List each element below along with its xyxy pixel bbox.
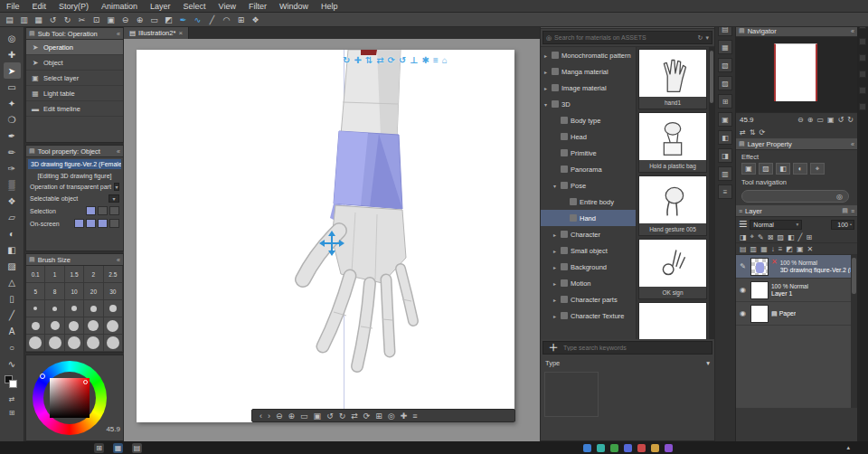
zoom-tool[interactable]: ◎: [4, 30, 21, 46]
material-tree-item[interactable]: ▸ Character parts: [541, 291, 636, 307]
brush-size-cell[interactable]: [26, 300, 45, 317]
edge-tab-4[interactable]: [859, 71, 866, 78]
frame-border-tool[interactable]: ▯: [4, 290, 21, 307]
on-screen-option-2-button[interactable]: [86, 219, 96, 228]
material-tree-item[interactable]: ▸ Character: [541, 226, 636, 242]
material-thumbnail[interactable]: OK sign: [638, 239, 707, 299]
figure-tool[interactable]: △: [4, 274, 21, 290]
merge-down-icon[interactable]: ≡: [778, 245, 783, 253]
border-effect-icon[interactable]: ▣: [741, 163, 756, 175]
blend-tool[interactable]: ◐: [4, 225, 21, 241]
delete-layer-icon[interactable]: ✕: [807, 245, 813, 253]
fill-tool[interactable]: ◧: [4, 241, 21, 258]
canvas-menu-icon[interactable]: ≡: [412, 411, 417, 421]
ruler-icon[interactable]: ╱: [798, 233, 803, 241]
taskbar-start-icon[interactable]: ⊞: [94, 443, 104, 453]
canvas-tab[interactable]: ▤ Illustration2* ×: [124, 27, 189, 39]
material-search-input[interactable]: [554, 34, 695, 41]
subtool-item-operation[interactable]: ➤ Operation: [26, 40, 123, 55]
model-ground-icon[interactable]: ⊥: [410, 55, 418, 65]
brush-size-cell[interactable]: 30: [104, 283, 123, 300]
subtool-item-edit-timeline[interactable]: ▬ Edit timeline: [26, 101, 123, 117]
brush-size-cell[interactable]: [65, 300, 84, 317]
opacity-field[interactable]: 100 ▾: [831, 220, 854, 230]
on-screen-option-1-button[interactable]: [74, 219, 84, 228]
brush-size-cell[interactable]: [104, 317, 123, 335]
rotate-right-icon[interactable]: ↻: [339, 411, 346, 421]
material-tree-item[interactable]: Primitive: [541, 145, 636, 161]
type-dropdown-icon[interactable]: ▾: [706, 359, 710, 367]
zoom-in-icon[interactable]: ⊕: [807, 116, 814, 124]
brush-size-cell[interactable]: [26, 335, 45, 352]
layer-thumbnail[interactable]: [750, 258, 769, 276]
expand-arrow-icon[interactable]: ▸: [542, 85, 549, 91]
subtool-item-select-layer[interactable]: ▣ Select layer: [26, 71, 123, 86]
zoom-100-icon[interactable]: ▣: [827, 116, 835, 124]
menu-help[interactable]: Help: [315, 0, 344, 13]
grid-icon[interactable]: ⊞: [235, 14, 247, 25]
dock-tab-5[interactable]: ⊞: [718, 94, 732, 109]
on-screen-option-4-button[interactable]: [109, 219, 119, 228]
material-thumbnail[interactable]: hand1: [638, 49, 707, 109]
color-wheel[interactable]: [33, 361, 107, 435]
enable-mask-icon[interactable]: ◧: [788, 233, 795, 241]
flip-horizontal-icon[interactable]: ⇄: [351, 411, 358, 421]
material-tree-item[interactable]: ▸ Monochromatic pattern: [541, 47, 636, 63]
reset-rotation-icon[interactable]: ⟳: [759, 128, 765, 137]
open-file-icon[interactable]: ▥: [18, 14, 30, 25]
material-tree-item[interactable]: Body type: [541, 112, 636, 128]
cut-icon[interactable]: ✂: [76, 14, 88, 25]
eye-icon[interactable]: ◉: [738, 286, 748, 294]
menu-file[interactable]: File: [0, 0, 26, 13]
filter-dropdown-icon[interactable]: ▾: [705, 34, 709, 42]
layer-row[interactable]: ✎ ✕ 100 % Normal 3D drawing figure-Ver.2…: [736, 255, 857, 279]
brush-size-cell[interactable]: [84, 335, 103, 352]
material-tree-item[interactable]: ▸ Background: [541, 259, 636, 275]
tray-app-4-icon[interactable]: [624, 444, 632, 452]
selection-tool[interactable]: ▭: [4, 79, 21, 95]
airbrush-tool[interactable]: ▒: [4, 176, 21, 193]
selection-mode-3-button[interactable]: [109, 206, 119, 215]
dock-tab-3[interactable]: ▧: [718, 58, 732, 72]
rotate-left-icon[interactable]: ↺: [326, 411, 334, 421]
transparent-part-row[interactable]: Operation of transparent part ▾: [26, 181, 123, 193]
dock-tab-4[interactable]: ▨: [718, 76, 732, 90]
selectable-object-dropdown[interactable]: ▾: [108, 194, 119, 203]
eraser-tool[interactable]: ▱: [4, 209, 21, 225]
ruler-tool[interactable]: ╱: [4, 307, 21, 323]
expand-arrow-icon[interactable]: ▾: [552, 183, 558, 189]
menu-animation[interactable]: Animation: [95, 0, 144, 13]
brush-size-cell[interactable]: [104, 335, 123, 352]
create-mask-icon[interactable]: ◩: [786, 245, 793, 253]
sub-camera-icon[interactable]: ◎: [388, 411, 395, 421]
save-icon[interactable]: ▦: [33, 14, 44, 25]
expand-arrow-icon[interactable]: ▸: [552, 313, 558, 319]
expand-arrow-icon[interactable]: ▸: [552, 248, 558, 254]
brush-size-cell[interactable]: [45, 317, 64, 335]
panel-collapse-icon[interactable]: «: [851, 28, 854, 34]
expand-arrow-icon[interactable]: ▸: [552, 280, 558, 287]
copy-icon[interactable]: ⊡: [90, 14, 102, 25]
auto-select-tool[interactable]: ✦: [4, 95, 21, 111]
menu-window[interactable]: Window: [273, 0, 315, 13]
two-pane-icon[interactable]: ⊞: [806, 233, 812, 241]
foreground-background-swatches[interactable]: [5, 375, 19, 390]
figure-name-value[interactable]: 3D drawing figure-Ver.2 (Female): [28, 159, 121, 169]
hand-3d-model[interactable]: [137, 50, 514, 422]
model-move-icon[interactable]: ⇄: [376, 55, 383, 65]
expand-arrow-icon[interactable]: ▾: [542, 101, 549, 108]
expand-arrow-icon[interactable]: ▸: [542, 69, 549, 75]
brush-size-cell[interactable]: 10: [65, 283, 84, 300]
menu-layer[interactable]: Layer: [144, 0, 177, 13]
selection-mode-1-button[interactable]: [86, 206, 96, 215]
brush-tool[interactable]: ✑: [4, 160, 21, 176]
gradient-tool[interactable]: ▨: [4, 258, 21, 274]
tool-navigation-button[interactable]: ◎: [741, 190, 849, 203]
navigator-page-thumbnail[interactable]: [774, 43, 817, 101]
brush-size-cell[interactable]: 2.5: [104, 266, 123, 283]
material-tree-item[interactable]: ▾ 3D: [541, 96, 636, 112]
object-list-icon[interactable]: ≡: [433, 55, 439, 65]
zoom-out-icon[interactable]: ⊖: [797, 116, 804, 124]
blend-mode-dropdown[interactable]: Normal ▾: [750, 220, 802, 230]
reference-effect-icon[interactable]: ⌖: [810, 163, 825, 175]
